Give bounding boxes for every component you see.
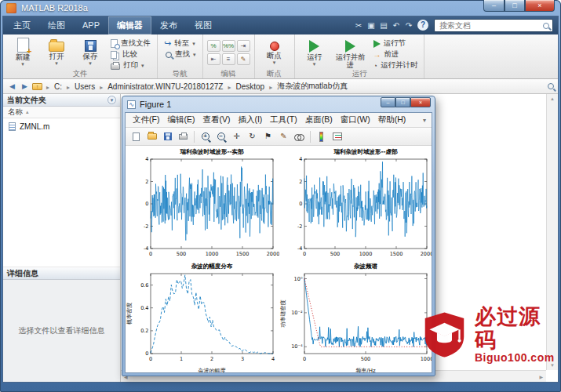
svg-text:-4: -4 (297, 245, 302, 252)
menu-insert[interactable]: 插入(I) (234, 114, 266, 125)
compare-button[interactable]: 比较 (108, 49, 153, 60)
matlab-window: MATLAB R2018a – □ × 主页 绘图 APP 编辑器 发布 视图 … (0, 0, 561, 392)
ribbon-section-breakpoints: 断点 ▾ 断点 (255, 34, 295, 78)
run-button[interactable]: 运行 ▾ (299, 36, 330, 68)
back-button[interactable]: ◀ (7, 82, 17, 90)
svg-text:0: 0 (299, 201, 302, 207)
zoom-out-button[interactable]: − (213, 129, 228, 144)
run-icon (309, 40, 319, 53)
print-figure-icon (179, 134, 188, 140)
paste-icon[interactable]: ▤ (377, 16, 390, 34)
pan-button[interactable]: ✛ (229, 129, 244, 144)
forward-button[interactable]: ▶ (20, 82, 30, 90)
name-column-label: 名称 (8, 107, 23, 118)
breadcrumb-users[interactable]: Users (74, 82, 96, 91)
copy-icon[interactable]: ▣ (365, 16, 377, 34)
figure-minimize-button[interactable]: – (381, 97, 395, 107)
save-figure-button[interactable] (160, 129, 175, 144)
smart-indent-button[interactable]: ≡ (222, 53, 235, 65)
ribbon: 新建 ▾ 打开 ▾ 保存 ▾ 查找文件 (3, 34, 558, 79)
figure-close-button[interactable]: × (410, 97, 431, 107)
subplot-clutter-real: 0500100015002000-4-2024瑞利杂波时域波形--实部 (126, 146, 279, 260)
advance-icon: → (373, 50, 381, 59)
cut-icon[interactable]: ✂ (352, 16, 365, 34)
menu-edit[interactable]: 编辑(E) (163, 114, 199, 125)
file-small-buttons: 查找文件 比较 打印 ▾ (108, 36, 153, 68)
indent-right-button[interactable]: ⇥ (237, 40, 250, 52)
save-button[interactable]: 保存 ▾ (75, 36, 106, 68)
breadcrumb-drive[interactable]: C: (53, 82, 63, 91)
doc-search-input[interactable] (438, 20, 541, 31)
tab-view[interactable]: 视图 (186, 16, 220, 34)
goto-icon: ↪ (164, 39, 171, 48)
undo-icon[interactable]: ↶ (390, 16, 403, 34)
print-figure-button[interactable] (176, 129, 191, 144)
tab-home[interactable]: 主页 (5, 16, 39, 34)
help-icon[interactable]: ? (417, 20, 428, 31)
indent-left-button[interactable]: ⇤ (207, 53, 220, 65)
svg-text:-2: -2 (144, 223, 148, 230)
subplot-amplitude-pdf: 0123400.20.40.6杂波的幅度分布杂波的幅度概率密度 (126, 260, 279, 373)
comment-block-button[interactable]: %% (222, 40, 235, 52)
comment-button[interactable]: % (207, 40, 220, 52)
rotate-3d-button[interactable]: ↻ (245, 129, 260, 144)
close-button[interactable]: × (525, 0, 555, 12)
advance-button[interactable]: → 前进 (371, 49, 421, 60)
breadcrumb-administrator[interactable]: Administrator.WIN7U-20180127Z (107, 82, 224, 91)
rotate-3d-icon: ↻ (249, 132, 255, 140)
breadcrumb-desktop[interactable]: Desktop (235, 82, 265, 91)
menubar-dock-icon[interactable]: ▾ (423, 117, 428, 124)
svg-text:0: 0 (303, 356, 306, 362)
find-button[interactable]: 查找 ▾ (162, 49, 199, 60)
folder-up-icon[interactable]: ↑ (32, 83, 42, 90)
redo-icon[interactable]: ↷ (403, 16, 415, 34)
insert-colorbar-button[interactable] (314, 129, 329, 144)
menu-view[interactable]: 查看(V) (199, 114, 234, 125)
svg-text:0.2: 0.2 (140, 328, 148, 334)
figure-canvas: 0500100015002000-4-2024瑞利杂波时域波形--实部 0500… (126, 146, 432, 373)
breakpoints-button[interactable]: 断点 ▾ (259, 36, 290, 68)
svg-text:10⁻²: 10⁻² (291, 310, 303, 316)
window-controls: – □ × (483, 0, 555, 12)
data-cursor-button[interactable]: ⚑ (260, 129, 275, 144)
biguo-shield-logo (421, 310, 468, 359)
subplot-spectrum: 0500100010⁻⁴10⁻²10⁰杂波频谱频率/Hz功率谱密度 (279, 260, 432, 373)
menu-desktop[interactable]: 桌面(B) (301, 114, 337, 125)
breadcrumb-project-folder[interactable]: 海杂波的matlab仿真 (276, 81, 348, 92)
run-section-button[interactable]: 运行节 (371, 38, 421, 49)
tab-editor[interactable]: 编辑器 (108, 16, 151, 34)
svg-text:2: 2 (145, 179, 148, 185)
subplot-clutter-imag: 0500100015002000-4-2024瑞利杂波时域波形--虚部 (279, 146, 432, 260)
file-row-zmnl[interactable]: ZMNL.m (3, 120, 120, 132)
tab-publish[interactable]: 发布 (151, 16, 186, 34)
menu-tools[interactable]: 工具(T) (266, 114, 301, 125)
maximize-button[interactable]: □ (505, 0, 525, 12)
link-plot-button[interactable] (292, 129, 307, 144)
figure-maximize-button[interactable]: □ (395, 97, 410, 107)
menu-file[interactable]: 文件(F) (129, 114, 163, 125)
minimize-button[interactable]: – (483, 0, 505, 12)
run-advance-button[interactable]: 运行并前进 (333, 36, 369, 68)
edit-tool-button[interactable]: ✎ (237, 53, 250, 65)
open-button[interactable]: 打开 ▾ (41, 36, 72, 68)
name-column-header[interactable]: 名称 ▴ (3, 107, 120, 118)
zoom-in-button[interactable]: + (198, 129, 213, 144)
folder-search-icon[interactable] (548, 83, 554, 89)
tab-plots[interactable]: 绘图 (39, 16, 74, 34)
open-file-button[interactable] (144, 129, 159, 144)
menu-help[interactable]: 帮助(H) (374, 114, 410, 125)
breadcrumb-separator (65, 82, 71, 91)
new-script-button[interactable]: 新建 ▾ (7, 36, 38, 68)
search-icon[interactable] (543, 23, 549, 29)
ribbon-section-edit: % %% ⇥ ⇤ ≡ ✎ 编辑 (203, 34, 255, 78)
svg-text:1000: 1000 (206, 251, 219, 257)
menu-window[interactable]: 窗口(W) (337, 114, 374, 125)
tab-apps[interactable]: APP (74, 16, 108, 34)
goto-button[interactable]: ↪ 转至 ▾ (162, 38, 199, 49)
insert-legend-button[interactable] (330, 129, 344, 144)
panel-menu-icon[interactable]: ▾ (107, 96, 116, 104)
edit-section-label: 编辑 (203, 68, 254, 78)
find-files-button[interactable]: 查找文件 (108, 38, 153, 49)
new-figure-button[interactable] (129, 129, 144, 144)
brush-button[interactable]: ✎ (276, 129, 291, 144)
